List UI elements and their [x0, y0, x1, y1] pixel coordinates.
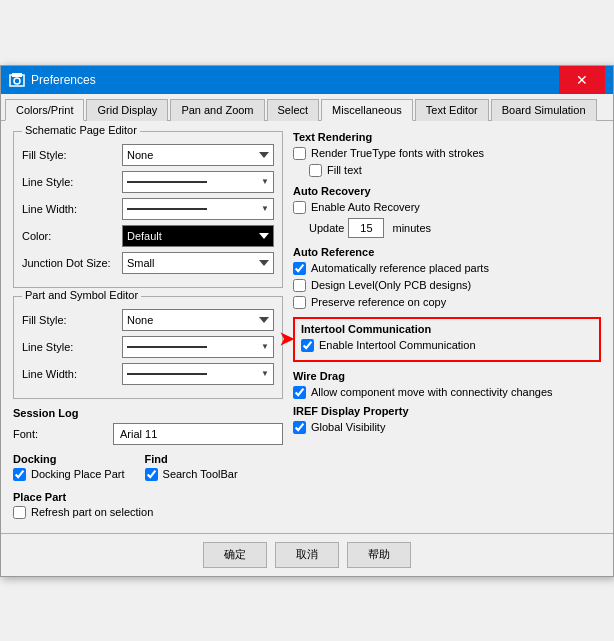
help-button[interactable]: 帮助	[347, 542, 411, 568]
update-label: Update	[309, 222, 344, 234]
part-line-style-label: Line Style:	[22, 341, 122, 353]
color-label: Color:	[22, 230, 122, 242]
preferences-window: Preferences ✕ Colors/Print Grid Display …	[0, 65, 614, 577]
line-width-row: Line Width:	[22, 198, 274, 220]
line-width-label: Line Width:	[22, 203, 122, 215]
fill-style-label: Fill Style:	[22, 149, 122, 161]
find-title: Find	[145, 453, 238, 465]
tab-miscellaneous[interactable]: Miscellaneous	[321, 99, 413, 121]
global-visibility-checkbox[interactable]	[293, 421, 306, 434]
schematic-page-editor-content: Fill Style: None Line Style: Line Width:	[22, 144, 274, 274]
title-bar: Preferences ✕	[1, 66, 613, 94]
tab-text-editor[interactable]: Text Editor	[415, 99, 489, 121]
part-line-style-row: Line Style:	[22, 336, 274, 358]
tab-grid-display[interactable]: Grid Display	[86, 99, 168, 121]
schematic-page-editor-title: Schematic Page Editor	[22, 124, 140, 136]
part-line-style-preview	[127, 346, 207, 348]
window-title: Preferences	[31, 73, 96, 87]
allow-component-move-checkbox[interactable]	[293, 386, 306, 399]
enable-intertool-checkbox[interactable]	[301, 339, 314, 352]
tab-pan-zoom[interactable]: Pan and Zoom	[170, 99, 264, 121]
auto-recovery-update-row: Update minutes	[309, 218, 601, 238]
tab-colors-print[interactable]: Colors/Print	[5, 99, 84, 121]
line-style-row: Line Style:	[22, 171, 274, 193]
design-level-label: Design Level(Only PCB designs)	[311, 279, 471, 291]
part-line-style-select[interactable]	[122, 336, 274, 358]
text-rendering-section: Text Rendering Render TrueType fonts wit…	[293, 131, 601, 177]
bottom-left: Docking Docking Place Part Find Search T…	[13, 453, 283, 485]
main-content: Schematic Page Editor Fill Style: None L…	[1, 121, 613, 533]
search-toolbar-checkbox[interactable]	[145, 468, 158, 481]
docking-place-part-row: Docking Place Part	[13, 468, 125, 481]
part-symbol-editor-title: Part and Symbol Editor	[22, 289, 141, 301]
tab-board-simulation[interactable]: Board Simulation	[491, 99, 597, 121]
line-style-select[interactable]	[122, 171, 274, 193]
render-truetype-row: Render TrueType fonts with strokes	[293, 147, 601, 160]
refresh-part-label: Refresh part on selection	[31, 506, 153, 518]
part-fill-style-label: Fill Style:	[22, 314, 122, 326]
docking-place-part-label: Docking Place Part	[31, 468, 125, 480]
color-select[interactable]: Default	[122, 225, 274, 247]
auto-reference-section: Auto Reference Automatically reference p…	[293, 246, 601, 309]
find-section: Find Search ToolBar	[145, 453, 238, 485]
fill-text-row: Fill text	[309, 164, 601, 177]
auto-recovery-title: Auto Recovery	[293, 185, 601, 197]
intertool-title: Intertool Communication	[301, 323, 593, 335]
session-log-section: Session Log Font: Arial 11	[13, 407, 283, 445]
preserve-ref-checkbox[interactable]	[293, 296, 306, 309]
tab-bar: Colors/Print Grid Display Pan and Zoom S…	[1, 94, 613, 121]
confirm-button[interactable]: 确定	[203, 542, 267, 568]
session-log-title: Session Log	[13, 407, 283, 419]
junction-dot-label: Junction Dot Size:	[22, 257, 122, 269]
wire-drag-section: Wire Drag Allow component move with conn…	[293, 370, 601, 399]
wire-drag-title: Wire Drag	[293, 370, 601, 382]
auto-ref-label: Automatically reference placed parts	[311, 262, 489, 274]
cancel-button[interactable]: 取消	[275, 542, 339, 568]
enable-auto-recovery-label: Enable Auto Recovery	[311, 201, 420, 213]
left-panel: Schematic Page Editor Fill Style: None L…	[13, 131, 283, 523]
svg-point-2	[14, 78, 20, 84]
allow-component-move-label: Allow component move with connectivity c…	[311, 386, 553, 398]
fill-text-checkbox[interactable]	[309, 164, 322, 177]
part-line-width-select[interactable]	[122, 363, 274, 385]
allow-component-move-row: Allow component move with connectivity c…	[293, 386, 601, 399]
design-level-row: Design Level(Only PCB designs)	[293, 279, 601, 292]
line-width-select[interactable]	[122, 198, 274, 220]
auto-ref-checkbox[interactable]	[293, 262, 306, 275]
intertool-wrapper: ➤ Intertool Communication Enable Interto…	[293, 317, 601, 362]
part-line-width-row: Line Width:	[22, 363, 274, 385]
close-button[interactable]: ✕	[559, 66, 605, 94]
search-toolbar-row: Search ToolBar	[145, 468, 238, 481]
refresh-part-checkbox[interactable]	[13, 506, 26, 519]
docking-title: Docking	[13, 453, 125, 465]
design-level-checkbox[interactable]	[293, 279, 306, 292]
enable-auto-recovery-row: Enable Auto Recovery	[293, 201, 601, 214]
enable-auto-recovery-checkbox[interactable]	[293, 201, 306, 214]
enable-intertool-row: Enable Intertool Communication	[301, 339, 593, 352]
font-row: Font: Arial 11	[13, 423, 283, 445]
footer: 确定 取消 帮助	[1, 533, 613, 576]
place-part-section: Place Part Refresh part on selection	[13, 491, 283, 519]
red-arrow-icon: ➤	[279, 328, 294, 350]
fill-style-select[interactable]: None	[122, 144, 274, 166]
part-fill-style-row: Fill Style: None	[22, 309, 274, 331]
right-panel: Text Rendering Render TrueType fonts wit…	[293, 131, 601, 523]
font-field[interactable]: Arial 11	[113, 423, 283, 445]
font-label: Font:	[13, 428, 113, 440]
auto-ref-row: Automatically reference placed parts	[293, 262, 601, 275]
line-style-label: Line Style:	[22, 176, 122, 188]
render-truetype-label: Render TrueType fonts with strokes	[311, 147, 484, 159]
render-truetype-checkbox[interactable]	[293, 147, 306, 160]
junction-dot-select[interactable]: Small	[122, 252, 274, 274]
preserve-ref-label: Preserve reference on copy	[311, 296, 446, 308]
schematic-page-editor-group: Schematic Page Editor Fill Style: None L…	[13, 131, 283, 288]
intertool-section: Intertool Communication Enable Intertool…	[293, 317, 601, 362]
docking-place-part-checkbox[interactable]	[13, 468, 26, 481]
global-visibility-label: Global Visibility	[311, 421, 385, 433]
enable-intertool-label: Enable Intertool Communication	[319, 339, 476, 351]
auto-reference-title: Auto Reference	[293, 246, 601, 258]
tab-select[interactable]: Select	[267, 99, 320, 121]
iref-section: IREF Display Property Global Visibility	[293, 405, 601, 434]
part-fill-style-select[interactable]: None	[122, 309, 274, 331]
update-minutes-input[interactable]	[348, 218, 384, 238]
